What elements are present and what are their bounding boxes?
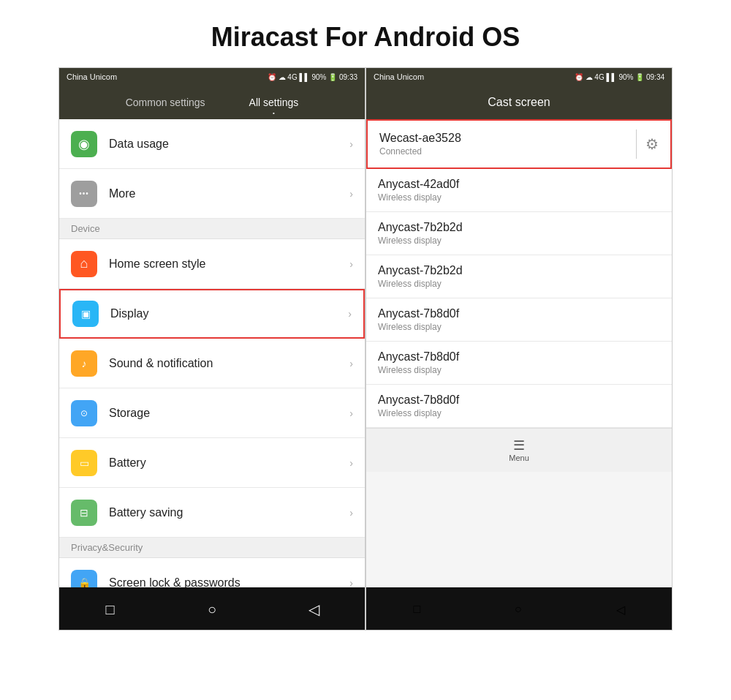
section-privacy: Privacy&Security xyxy=(59,538,365,558)
device-info-6: Anycast-7b8d0f Wireless display xyxy=(378,394,459,418)
connected-device-info: Wecast-ae3528 Connected xyxy=(379,132,461,157)
cast-divider xyxy=(636,129,637,159)
menu-hamburger-icon[interactable]: ☰ xyxy=(513,439,525,452)
data-usage-icon: ◉ xyxy=(71,131,97,157)
settings-item-battery[interactable]: ▭ Battery › xyxy=(59,438,365,488)
settings-item-display[interactable]: ▣ Display › xyxy=(59,289,365,339)
device-name-2: Anycast-7b2b2d xyxy=(378,221,463,234)
device-name-4: Anycast-7b8d0f xyxy=(378,307,459,320)
battery-saving-icon: ⊟ xyxy=(71,500,97,526)
storage-chevron: › xyxy=(349,407,353,419)
tab-common-settings[interactable]: Common settings xyxy=(104,86,227,119)
sound-icon: ♪ xyxy=(71,350,97,377)
device-info-5: Anycast-7b8d0f Wireless display xyxy=(378,350,459,375)
battery-chevron: › xyxy=(349,457,353,469)
cast-settings-icon[interactable]: ⚙ xyxy=(645,135,659,153)
device-name-6: Anycast-7b8d0f xyxy=(378,394,459,407)
right-status-bar: China Unicom ⏰ ☁ 4G ▌▌ 90% 🔋 09:34 xyxy=(366,68,672,86)
cast-item-4[interactable]: Anycast-7b8d0f Wireless display xyxy=(366,298,672,342)
device-info-3: Anycast-7b2b2d Wireless display xyxy=(378,264,463,289)
battery-saving-label: Battery saving xyxy=(109,506,349,519)
page-title: Miracast For Android OS xyxy=(0,0,731,67)
device-status-2: Wireless display xyxy=(378,236,463,246)
settings-item-storage[interactable]: ⊙ Storage › xyxy=(59,388,365,438)
cast-item-connected[interactable]: Wecast-ae3528 Connected ⚙ xyxy=(366,119,672,169)
device-name-5: Anycast-7b8d0f xyxy=(378,350,459,364)
right-carrier: China Unicom xyxy=(374,72,424,81)
device-status-4: Wireless display xyxy=(378,322,459,332)
more-label: More xyxy=(109,187,349,200)
battery-saving-chevron: › xyxy=(349,507,353,519)
device-status-5: Wireless display xyxy=(378,365,459,375)
right-nav-square[interactable]: □ xyxy=(413,603,420,616)
sound-chevron: › xyxy=(349,358,353,369)
data-usage-label: Data usage xyxy=(109,138,349,151)
section-device: Device xyxy=(59,219,365,239)
left-carrier: China Unicom xyxy=(67,72,117,81)
screen-lock-label: Screen lock & passwords xyxy=(109,576,349,588)
cast-item-3[interactable]: Anycast-7b2b2d Wireless display xyxy=(366,255,672,298)
device-status-3: Wireless display xyxy=(378,279,463,289)
left-phone: China Unicom ⏰ ☁ 4G ▌▌ 90% 🔋 09:33 Commo… xyxy=(58,67,366,631)
cast-menu-footer: ☰ Menu xyxy=(366,428,672,472)
right-phone: China Unicom ⏰ ☁ 4G ▌▌ 90% 🔋 09:34 Cast … xyxy=(366,67,673,631)
left-tab-bar: Common settings All settings xyxy=(59,86,365,119)
device-name-3: Anycast-7b2b2d xyxy=(378,264,463,277)
cast-item-5[interactable]: Anycast-7b8d0f Wireless display xyxy=(366,342,672,385)
connected-device-right: ⚙ xyxy=(627,129,659,159)
right-nav-back[interactable]: ◁ xyxy=(616,603,625,617)
settings-item-battery-saving[interactable]: ⊟ Battery saving › xyxy=(59,488,365,538)
cast-item-1[interactable]: Anycast-42ad0f Wireless display xyxy=(366,169,672,212)
cast-title-bar: Cast screen xyxy=(366,86,672,119)
data-usage-chevron: › xyxy=(349,138,353,150)
device-info-2: Anycast-7b2b2d Wireless display xyxy=(378,221,463,246)
display-label: Display xyxy=(110,307,348,320)
settings-item-more[interactable]: ••• More › xyxy=(59,169,365,219)
left-status-bar: China Unicom ⏰ ☁ 4G ▌▌ 90% 🔋 09:33 xyxy=(59,68,365,86)
screen-lock-icon: 🔒 xyxy=(71,570,97,588)
cast-list: Wecast-ae3528 Connected ⚙ Anycast-42ad0f… xyxy=(366,119,672,587)
more-chevron: › xyxy=(349,188,353,200)
settings-item-sound[interactable]: ♪ Sound & notification › xyxy=(59,339,365,388)
home-screen-icon: ⌂ xyxy=(71,251,97,277)
left-nav-bar: □ ○ ◁ xyxy=(59,587,365,631)
right-status-icons: ⏰ ☁ 4G ▌▌ 90% 🔋 09:34 xyxy=(575,73,664,81)
display-chevron: › xyxy=(348,308,352,320)
left-status-icons: ⏰ ☁ 4G ▌▌ 90% 🔋 09:33 xyxy=(268,73,357,81)
device-status-6: Wireless display xyxy=(378,408,459,418)
battery-icon: ▭ xyxy=(71,450,97,476)
cast-title: Cast screen xyxy=(488,96,550,109)
device-status-1: Wireless display xyxy=(378,192,459,203)
settings-item-home-screen[interactable]: ⌂ Home screen style › xyxy=(59,239,365,289)
left-settings-list: ◉ Data usage › ••• More › Device ⌂ Home … xyxy=(59,119,365,587)
settings-item-screen-lock[interactable]: 🔒 Screen lock & passwords › xyxy=(59,558,365,587)
screen-lock-chevron: › xyxy=(349,577,353,588)
device-info-1: Anycast-42ad0f Wireless display xyxy=(378,178,459,203)
right-nav-circle[interactable]: ○ xyxy=(515,603,522,616)
device-name-1: Anycast-42ad0f xyxy=(378,178,459,191)
storage-icon: ⊙ xyxy=(71,400,97,426)
more-icon: ••• xyxy=(71,181,97,207)
battery-label: Battery xyxy=(109,456,349,470)
phones-container: China Unicom ⏰ ☁ 4G ▌▌ 90% 🔋 09:33 Commo… xyxy=(0,67,731,631)
connected-device-status: Connected xyxy=(379,146,461,157)
home-screen-chevron: › xyxy=(349,258,353,270)
settings-item-data-usage[interactable]: ◉ Data usage › xyxy=(59,119,365,169)
storage-label: Storage xyxy=(109,407,349,420)
home-screen-label: Home screen style xyxy=(109,257,349,271)
display-icon: ▣ xyxy=(72,301,99,327)
cast-item-2[interactable]: Anycast-7b2b2d Wireless display xyxy=(366,212,672,255)
connected-device-name: Wecast-ae3528 xyxy=(379,132,461,145)
left-nav-circle[interactable]: ○ xyxy=(197,595,227,624)
right-nav-bar: □ ○ ◁ xyxy=(366,587,672,631)
sound-label: Sound & notification xyxy=(109,357,349,370)
menu-label: Menu xyxy=(509,454,529,462)
cast-item-6[interactable]: Anycast-7b8d0f Wireless display xyxy=(366,385,672,428)
tab-all-settings[interactable]: All settings xyxy=(227,86,321,119)
left-nav-back[interactable]: ◁ xyxy=(299,595,328,624)
left-nav-square[interactable]: □ xyxy=(96,595,125,624)
device-info-4: Anycast-7b8d0f Wireless display xyxy=(378,307,459,332)
